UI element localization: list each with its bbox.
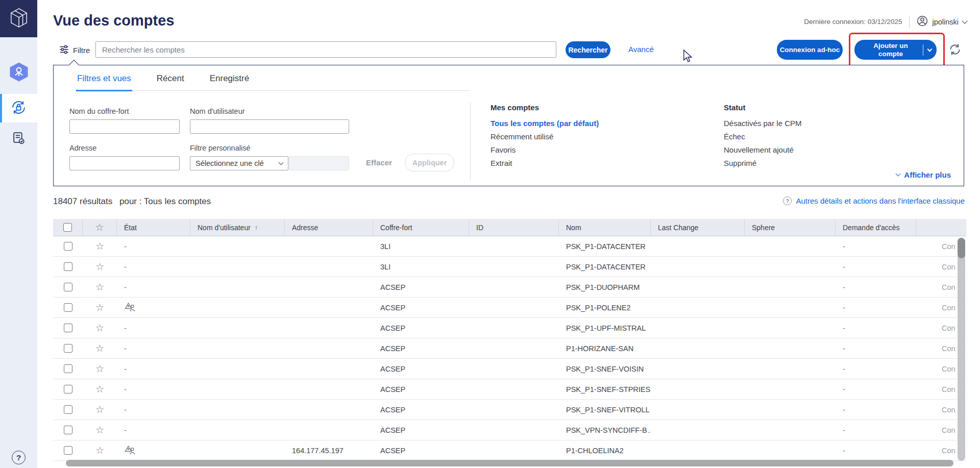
row-checkbox[interactable]: [64, 262, 72, 271]
favorite-star-icon[interactable]: ☆: [95, 262, 104, 272]
header-address[interactable]: Adresse: [285, 219, 373, 236]
clear-filters-button[interactable]: Effacer: [366, 158, 392, 167]
app-logo[interactable]: [0, 0, 37, 37]
adhoc-connection-button[interactable]: Connexion ad-hoc: [777, 40, 843, 60]
header-access-request[interactable]: Demande d'accès: [836, 219, 916, 236]
cell-vault: 3LI: [373, 242, 469, 251]
header-state[interactable]: État: [117, 219, 190, 236]
cell-access-request: -: [836, 365, 916, 373]
panel-divider: [470, 102, 471, 180]
cell-access-request: -: [836, 447, 916, 455]
status-newly-added[interactable]: Nouvellement ajouté: [724, 145, 802, 154]
tab-filters-and-views[interactable]: Filtres et vues: [76, 72, 132, 91]
cell-state: [117, 302, 190, 313]
table-row[interactable]: ☆-3LIPSK_P1-DATACENTER-Con: [53, 257, 966, 277]
status-failed[interactable]: Échec: [724, 132, 802, 141]
favorite-star-icon[interactable]: ☆: [95, 425, 104, 435]
favorite-star-icon[interactable]: ☆: [95, 241, 104, 251]
cell-state: [117, 445, 190, 456]
search-button[interactable]: Rechercher: [566, 41, 610, 58]
chevron-down-icon: [896, 171, 901, 177]
cell-name: PSK_P1-DATACENTER: [559, 242, 651, 251]
search-input[interactable]: [95, 41, 556, 58]
row-checkbox[interactable]: [64, 405, 72, 414]
table-row[interactable]: ☆-ACSEPPSK_P1-SNEF-VOISIN-Con: [53, 359, 966, 379]
sidebar-item-accounts[interactable]: [0, 94, 37, 122]
favorite-star-icon[interactable]: ☆: [95, 384, 104, 394]
key-select[interactable]: Sélectionnez une clé: [190, 156, 288, 170]
table-row[interactable]: ☆-3LIPSK_P1-DATACENTER-Con: [53, 236, 966, 257]
row-checkbox[interactable]: [64, 303, 72, 312]
help-question-icon: ?: [12, 451, 26, 464]
user-menu[interactable]: jpolinski: [917, 15, 967, 28]
add-account-button[interactable]: Ajouter un compte: [854, 40, 937, 60]
cell-state: -: [117, 426, 190, 434]
header-sphere[interactable]: Sphere: [745, 219, 836, 236]
table-row[interactable]: ☆ACSEPPSK_P1-POLENE2-Con: [53, 298, 966, 318]
row-checkbox[interactable]: [64, 283, 72, 291]
table-row[interactable]: ☆-ACSEPP1-HORIZANE-SAN-Con: [53, 338, 966, 359]
status-deleted[interactable]: Supprimé: [724, 159, 802, 167]
cell-name: PSK_P1-SNEF-VOISIN: [559, 365, 651, 373]
row-checkbox[interactable]: [64, 324, 72, 332]
row-favorite-cell: ☆: [83, 384, 117, 394]
table-row[interactable]: ☆-ACSEPPSK_VPN-SYNCDIFF-B…-Con: [53, 420, 966, 440]
header-name[interactable]: Nom: [559, 219, 651, 236]
vertical-scrollbar[interactable]: [958, 238, 965, 461]
row-checkbox[interactable]: [64, 364, 72, 373]
status-disabled-by-cpm[interactable]: Désactivés par le CPM: [724, 119, 802, 128]
table-row[interactable]: ☆-ACSEPPSK_P1-SNEF-STPRIES-Con: [53, 379, 966, 400]
view-extract[interactable]: Extrait: [491, 159, 599, 167]
row-checkbox[interactable]: [64, 446, 72, 455]
row-checkbox-cell: [53, 242, 83, 251]
tab-saved[interactable]: Enregistré: [209, 72, 250, 91]
header-select-all[interactable]: [53, 219, 83, 236]
filter-toggle-button[interactable]: Filtre: [59, 44, 90, 56]
header-vault[interactable]: Coffre-fort: [373, 219, 469, 236]
favorite-star-icon[interactable]: ☆: [95, 405, 104, 414]
table-row[interactable]: ☆-ACSEPPSK_P1-SNEF-VITROLL-Con: [53, 400, 966, 420]
username-input[interactable]: [190, 119, 349, 134]
show-more-link[interactable]: Afficher plus: [896, 170, 951, 179]
favorite-star-icon[interactable]: ☆: [95, 282, 104, 292]
favorite-star-icon[interactable]: ☆: [95, 364, 104, 374]
vault-name-input[interactable]: [69, 119, 180, 134]
cell-vault: ACSEP: [373, 324, 469, 332]
sidebar-item-apps[interactable]: [0, 58, 37, 88]
refresh-button[interactable]: [947, 42, 963, 58]
info-question-icon: ?: [783, 196, 792, 205]
classic-interface-link[interactable]: Autres détails et actions dans l'interfa…: [796, 196, 965, 205]
view-all-accounts[interactable]: Tous les comptes (par défaut): [491, 119, 599, 128]
row-checkbox[interactable]: [64, 426, 72, 434]
table-row[interactable]: ☆164.177.45.197ACSEPP1-CHLOELINA2-Con: [53, 440, 966, 461]
accounts-table: ☆ État Nom d'utilisateur ↑ Adresse Coffr…: [53, 219, 966, 461]
favorite-star-icon[interactable]: ☆: [95, 343, 104, 353]
row-favorite-cell: ☆: [83, 446, 117, 455]
chevron-down-icon[interactable]: [927, 46, 933, 52]
favorite-star-icon[interactable]: ☆: [95, 323, 104, 333]
vertical-scrollbar-thumb[interactable]: [958, 238, 965, 258]
horizontal-scrollbar[interactable]: [66, 460, 953, 466]
table-row[interactable]: ☆-ACSEPPSK_P1-UPF-MISTRAL-Con: [53, 318, 966, 338]
row-favorite-cell: ☆: [83, 241, 117, 251]
header-username[interactable]: Nom d'utilisateur ↑: [190, 219, 285, 236]
row-favorite-cell: ☆: [83, 425, 117, 435]
sidebar-item-policies[interactable]: [0, 127, 37, 151]
row-checkbox[interactable]: [64, 344, 72, 353]
address-input[interactable]: [69, 156, 180, 170]
select-all-checkbox[interactable]: [63, 223, 72, 232]
advanced-search-link[interactable]: Avancé: [628, 45, 654, 54]
view-recently-used[interactable]: Récemment utilisé: [491, 132, 599, 141]
header-id[interactable]: ID: [469, 219, 559, 236]
apply-filters-button[interactable]: Appliquer: [405, 154, 454, 171]
header-last-change[interactable]: Last Change: [651, 219, 745, 236]
view-favorites[interactable]: Favoris: [491, 145, 599, 154]
row-checkbox[interactable]: [64, 242, 72, 251]
table-row[interactable]: ☆-ACSEPPSK_P1-DUOPHARM-Con: [53, 277, 966, 298]
row-checkbox-cell: [53, 405, 83, 414]
favorite-star-icon[interactable]: ☆: [95, 446, 104, 455]
sidebar-item-help[interactable]: ?: [0, 447, 37, 467]
tab-recent[interactable]: Récent: [156, 72, 185, 91]
favorite-star-icon[interactable]: ☆: [95, 303, 104, 312]
row-checkbox[interactable]: [64, 385, 72, 393]
